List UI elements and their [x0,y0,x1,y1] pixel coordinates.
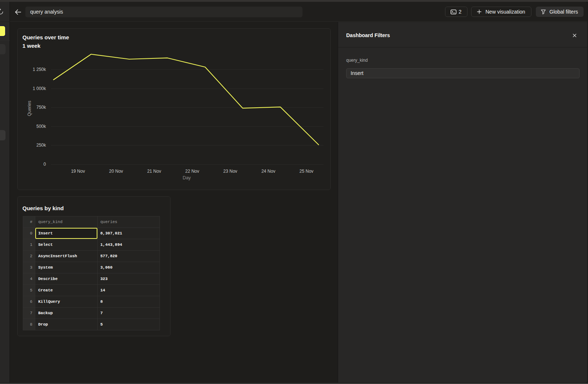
svg-text:750k: 750k [36,105,46,110]
svg-text:500k: 500k [36,124,46,129]
svg-text:20 Nov: 20 Nov [109,169,123,174]
svg-text:Day: Day [183,175,191,180]
svg-text:19 Nov: 19 Nov [71,169,85,174]
svg-text:23 Nov: 23 Nov [223,169,237,174]
svg-text:25 Nov: 25 Nov [300,169,313,174]
svg-text:24 Nov: 24 Nov [261,169,275,174]
svg-text:Queries: Queries [27,101,32,116]
svg-text:22 Nov: 22 Nov [185,169,199,174]
svg-text:0: 0 [43,162,46,167]
svg-text:250k: 250k [36,143,46,148]
svg-text:1 250k: 1 250k [33,67,46,72]
svg-text:21 Nov: 21 Nov [147,169,161,174]
svg-text:1 000k: 1 000k [33,86,46,91]
